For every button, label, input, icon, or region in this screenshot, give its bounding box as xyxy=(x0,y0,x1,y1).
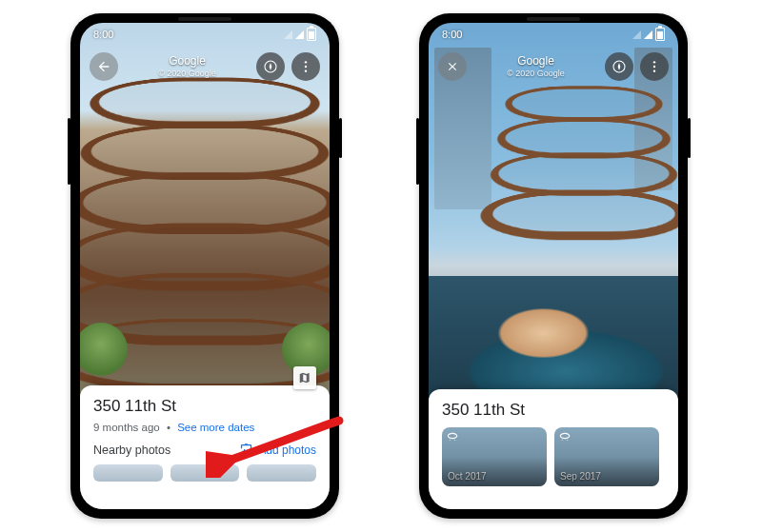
timeline-sheet[interactable]: 350 11th St Oct 2017 Sep 2017 xyxy=(429,389,678,509)
add-photo-icon xyxy=(239,443,253,457)
phone-screen-left: 8:00 Google © 2020 Google xyxy=(80,23,330,509)
power-button xyxy=(688,118,691,158)
phone-frame-right: 8:00 Google © 2020 Google xyxy=(419,13,688,519)
status-time: 8:00 xyxy=(442,29,462,40)
more-button[interactable] xyxy=(640,52,669,81)
svg-point-7 xyxy=(653,69,655,71)
compass-icon xyxy=(612,59,627,74)
more-vert-icon xyxy=(298,59,313,74)
android-status-bar: 8:00 xyxy=(80,23,330,46)
streetview-360-icon xyxy=(446,431,459,444)
svg-point-2 xyxy=(305,66,307,68)
streetview-360-icon xyxy=(558,431,572,444)
android-status-bar: 8:00 xyxy=(429,23,678,46)
header-title: Google © 2020 Google xyxy=(118,55,256,78)
separator-dot: • xyxy=(163,422,174,433)
status-time: 8:00 xyxy=(93,29,113,40)
cell-signal-icon xyxy=(295,30,304,39)
arrow-left-icon xyxy=(96,59,111,74)
header-title: Google © 2020 Google xyxy=(467,55,605,78)
date-card[interactable]: Oct 2017 xyxy=(442,427,547,486)
cell-signal-icon xyxy=(644,30,652,39)
dates-carousel[interactable]: Oct 2017 Sep 2017 xyxy=(442,427,665,486)
compass-button[interactable] xyxy=(256,52,285,81)
add-photos-button[interactable]: Add photos xyxy=(239,443,316,457)
compass-icon xyxy=(263,59,278,74)
close-icon xyxy=(446,60,459,73)
nearby-thumbnails[interactable] xyxy=(93,464,316,482)
date-card[interactable]: Sep 2017 xyxy=(554,427,659,486)
attribution-title: Google xyxy=(169,54,206,68)
streetview-header: Google © 2020 Google xyxy=(80,48,330,86)
compass-button[interactable] xyxy=(605,52,633,81)
date-label: Oct 2017 xyxy=(448,471,487,482)
volume-button xyxy=(68,118,70,185)
streetview-header: Google © 2020 Google xyxy=(429,48,678,86)
attribution-copyright: © 2020 Google xyxy=(467,69,605,78)
wifi-icon xyxy=(284,30,292,39)
attribution-copyright: © 2020 Google xyxy=(118,69,256,78)
volume-button xyxy=(416,118,419,185)
more-vert-icon xyxy=(647,59,662,74)
capture-meta: 9 months ago • See more dates xyxy=(93,422,316,433)
nearby-photos-label: Nearby photos xyxy=(93,443,170,457)
power-button xyxy=(339,118,342,158)
phone-screen-right: 8:00 Google © 2020 Google xyxy=(429,23,678,509)
info-sheet[interactable]: 350 11th St 9 months ago • See more date… xyxy=(80,385,330,509)
date-label: Sep 2017 xyxy=(560,471,601,482)
back-button[interactable] xyxy=(90,52,118,81)
wifi-icon xyxy=(632,30,641,39)
see-more-dates-link[interactable]: See more dates xyxy=(177,422,254,433)
svg-point-5 xyxy=(653,61,655,63)
svg-point-3 xyxy=(305,69,307,71)
capture-age: 9 months ago xyxy=(93,422,160,433)
address-title: 350 11th St xyxy=(442,401,665,420)
minimap-button[interactable] xyxy=(293,366,316,389)
svg-point-1 xyxy=(305,61,307,63)
battery-icon xyxy=(655,28,665,41)
map-icon xyxy=(298,371,311,384)
phone-frame-left: 8:00 Google © 2020 Google xyxy=(70,13,339,519)
address-title: 350 11th St xyxy=(93,397,316,416)
comparison-canvas: 8:00 Google © 2020 Google xyxy=(0,0,762,532)
nearby-thumb[interactable] xyxy=(247,464,316,482)
more-button[interactable] xyxy=(291,52,320,81)
svg-point-6 xyxy=(653,66,655,68)
battery-icon xyxy=(307,28,316,41)
close-button[interactable] xyxy=(438,52,467,81)
attribution-title: Google xyxy=(517,54,554,68)
nearby-thumb[interactable] xyxy=(93,464,163,482)
nearby-thumb[interactable] xyxy=(170,464,240,482)
add-photos-label: Add photos xyxy=(258,443,316,457)
